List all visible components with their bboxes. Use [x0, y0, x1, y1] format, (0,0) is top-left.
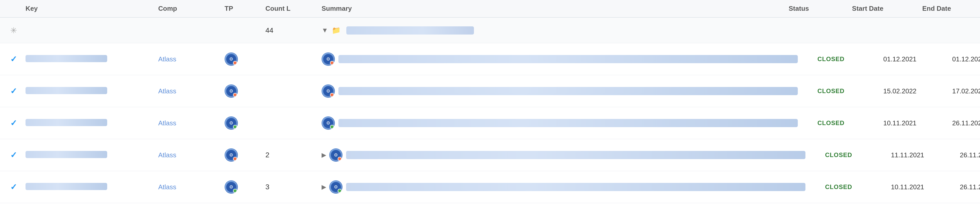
row4-tp-icons: ⚙	[224, 148, 266, 162]
row2-status-badge: CLOSED	[813, 85, 849, 97]
row4-expand-arrow[interactable]: ▶	[321, 151, 326, 159]
header-enddate: End Date	[904, 5, 970, 13]
row4-status-cell: CLOSED	[805, 149, 872, 161]
row5-enddate: 26.11.2021	[960, 183, 980, 191]
table-row[interactable]: ✓ Atlass ⚙ ⚙	[0, 43, 980, 75]
row1-summary-blurred	[339, 55, 798, 63]
row3-summary-avatar: ⚙	[321, 116, 335, 130]
row5-enddate-cell: 26.11.2021	[943, 183, 980, 191]
row4-key-cell	[25, 151, 158, 159]
row3-tp-cell: ⚙	[224, 116, 266, 130]
row4-comp-cell: Atlass	[158, 151, 224, 159]
row4-key-blurred	[25, 151, 107, 158]
group-count: 44	[266, 26, 273, 34]
row4-summary-cell: ▶ ⚙	[321, 148, 805, 162]
row5-check-cell: ✓	[10, 182, 25, 192]
row1-comp-label: Atlass	[158, 55, 177, 63]
table-header: Key Comp TP Count L Summary Status Start…	[0, 0, 980, 18]
row2-key-blurred	[25, 87, 107, 94]
row5-summary-blurred	[346, 183, 805, 191]
row1-tp-icons: ⚙	[224, 53, 266, 66]
row3-summary-cell: ⚙	[321, 116, 798, 130]
row3-enddate-cell: 26.11.2021	[935, 119, 980, 127]
row1-avatar1: ⚙	[224, 53, 238, 66]
row1-summary-cell: ⚙	[321, 53, 798, 66]
row4-check-cell: ✓	[10, 150, 25, 160]
row1-key-blurred	[25, 55, 107, 62]
row3-summary-blurred	[339, 119, 798, 127]
row4-avatar1: ⚙	[224, 148, 238, 162]
row4-status-badge: CLOSED	[821, 149, 856, 161]
row2-summary-avatar: ⚙	[321, 85, 335, 98]
row4-count: 2	[266, 151, 269, 159]
row5-startdate-cell: 10.11.2021	[872, 183, 943, 191]
row3-tp-icons: ⚙	[224, 116, 266, 130]
row2-status-cell: CLOSED	[798, 85, 864, 97]
row3-startdate: 10.11.2021	[883, 119, 916, 127]
row2-check-cell: ✓	[10, 86, 25, 96]
row5-key-cell	[25, 183, 158, 191]
row5-count: 3	[266, 183, 269, 191]
row1-check-cell: ✓	[10, 54, 25, 64]
row1-enddate: 01.12.2021	[952, 55, 980, 63]
row4-tp-cell: ⚙	[224, 148, 266, 162]
row3-check-cell: ✓	[10, 118, 25, 128]
row4-summary-blurred	[346, 151, 805, 159]
row1-summary-avatar: ⚙	[321, 53, 335, 66]
row3-comp-cell: Atlass	[158, 119, 224, 127]
row2-comp-label: Atlass	[158, 87, 177, 95]
row1-key-cell	[25, 55, 158, 63]
row1-status-cell: CLOSED	[798, 53, 864, 65]
row2-key-cell	[25, 87, 158, 95]
row3-key-blurred	[25, 119, 107, 126]
table-row[interactable]: ✓ Atlass ⚙ 2 ▶ ⚙	[0, 139, 980, 171]
row4-enddate: 26.11.2021	[960, 151, 980, 159]
row2-avatar1: ⚙	[224, 85, 238, 98]
row3-startdate-cell: 10.11.2021	[864, 119, 935, 127]
row5-expand-arrow[interactable]: ▶	[321, 183, 326, 191]
row1-startdate-cell: 01.12.2021	[864, 55, 935, 63]
table-row[interactable]: ✓ Atlass ⚙ ⚙	[0, 75, 980, 107]
row3-key-cell	[25, 119, 158, 127]
row5-status-cell: CLOSED	[805, 181, 872, 192]
folder-icon: 📁	[332, 26, 341, 35]
row4-comp-label: Atlass	[158, 151, 177, 159]
row5-startdate: 10.11.2021	[891, 183, 924, 191]
row5-summary-avatar: ⚙	[329, 180, 342, 194]
header-tp: TP	[224, 5, 266, 13]
row5-summary-cell: ▶ ⚙	[321, 180, 805, 194]
table-row[interactable]: ✓ Atlass ⚙ 3 ▶ ⚙	[0, 171, 980, 203]
group-row[interactable]: ✳ 44 ▼ 📁	[0, 18, 980, 43]
row5-count-cell: 3	[266, 183, 321, 191]
group-count-cell: 44	[266, 26, 321, 35]
dropdown-arrow-icon[interactable]: ▼	[321, 26, 328, 34]
row3-enddate: 26.11.2021	[952, 119, 980, 127]
row2-summary-cell: ⚙	[321, 85, 798, 98]
row2-enddate: 17.02.2022	[952, 87, 980, 95]
checkmark-icon: ✓	[10, 183, 17, 192]
row5-tp-icons: ⚙	[224, 180, 266, 194]
header-comp: Comp	[158, 5, 224, 13]
checkmark-icon: ✓	[10, 54, 17, 64]
header-summary: Summary	[321, 5, 765, 13]
header-startdate: Start Date	[832, 5, 904, 13]
row5-comp-cell: Atlass	[158, 183, 224, 191]
row2-comp-cell: Atlass	[158, 87, 224, 95]
row2-startdate-cell: 15.02.2022	[864, 87, 935, 95]
row4-count-cell: 2	[266, 151, 321, 159]
row2-tp-icons: ⚙	[224, 85, 266, 98]
row4-summary-avatar: ⚙	[329, 148, 342, 162]
group-summary-cell: ▼ 📁	[321, 26, 765, 35]
row4-enddate-cell: 26.11.2021	[943, 151, 980, 159]
table-row[interactable]: ✓ Atlass ⚙ ⚙	[0, 107, 980, 139]
row4-startdate: 11.11.2021	[891, 151, 924, 159]
row5-avatar1: ⚙	[224, 180, 238, 194]
row2-tp-cell: ⚙	[224, 85, 266, 98]
row1-comp-cell: Atlass	[158, 55, 224, 63]
spark-icon: ✳	[10, 26, 17, 35]
row5-tp-cell: ⚙	[224, 180, 266, 194]
checkmark-icon: ✓	[10, 151, 17, 160]
row2-startdate: 15.02.2022	[883, 87, 916, 95]
header-count: Count L	[266, 5, 321, 13]
row1-startdate: 01.12.2021	[883, 55, 916, 63]
